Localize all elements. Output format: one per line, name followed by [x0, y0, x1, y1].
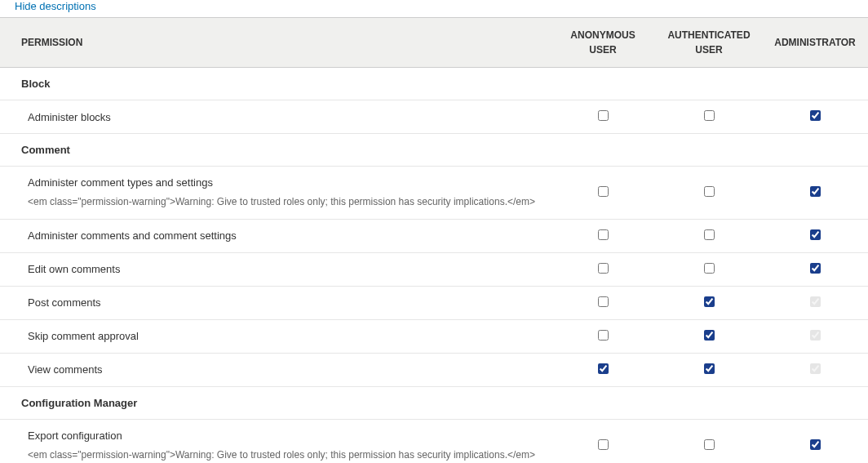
permission-label: Export configuration: [28, 430, 542, 442]
permission-checkbox[interactable]: [704, 186, 715, 197]
permission-cell: Administer comment types and settings<em…: [0, 167, 550, 220]
permission-row: Skip comment approval: [0, 319, 868, 353]
permission-check-cell: [656, 167, 762, 220]
permission-checkbox[interactable]: [704, 439, 715, 450]
permission-check-cell: [656, 100, 762, 134]
permission-checkbox[interactable]: [598, 296, 609, 307]
permission-label: Administer blocks: [28, 111, 542, 123]
permission-check-cell: [550, 167, 656, 220]
permission-group-row: Configuration Manager: [0, 386, 868, 419]
permission-checkbox[interactable]: [810, 229, 821, 240]
permissions-table: PERMISSION ANONYMOUS USER AUTHENTICATED …: [0, 17, 868, 463]
permission-cell: Skip comment approval: [0, 319, 550, 353]
permission-checkbox[interactable]: [810, 110, 821, 121]
header-role-anonymous: ANONYMOUS USER: [550, 18, 656, 68]
permission-checkbox[interactable]: [704, 229, 715, 240]
permission-check-cell: [550, 353, 656, 386]
permission-checkbox[interactable]: [598, 363, 609, 374]
permission-checkbox[interactable]: [810, 439, 821, 450]
permission-checkbox[interactable]: [704, 363, 715, 374]
permission-checkbox[interactable]: [704, 110, 715, 121]
permission-cell: Administer blocks: [0, 100, 550, 134]
permission-checkbox[interactable]: [704, 263, 715, 274]
permission-checkbox[interactable]: [598, 330, 609, 341]
table-header-row: PERMISSION ANONYMOUS USER AUTHENTICATED …: [0, 18, 868, 68]
permission-check-cell: [550, 286, 656, 319]
permission-checkbox: [810, 330, 821, 341]
permission-check-cell: [762, 319, 868, 353]
permission-label: View comments: [28, 363, 542, 376]
permission-cell: View comments: [0, 353, 550, 386]
permission-check-cell: [550, 219, 656, 252]
permission-group-row: Comment: [0, 134, 868, 167]
permission-check-cell: [656, 219, 762, 252]
permission-label: Edit own comments: [28, 263, 542, 275]
header-role-administrator: ADMINISTRATOR: [762, 18, 868, 68]
permission-checkbox: [810, 363, 821, 374]
header-role-authenticated: AUTHENTICATED USER: [656, 18, 762, 68]
permission-checkbox[interactable]: [704, 296, 715, 307]
permission-check-cell: [762, 252, 868, 286]
permission-check-cell: [656, 252, 762, 286]
permission-checkbox[interactable]: [598, 263, 609, 274]
permission-row: Export configuration<em class="permissio…: [0, 419, 868, 463]
permission-checkbox[interactable]: [810, 263, 821, 274]
permission-check-cell: [550, 319, 656, 353]
permission-label: Post comments: [28, 296, 542, 309]
permission-check-cell: [656, 419, 762, 463]
permission-group-label: Configuration Manager: [0, 386, 868, 419]
permission-check-cell: [656, 319, 762, 353]
permission-check-cell: [550, 252, 656, 286]
permission-check-cell: [656, 286, 762, 319]
permission-row: Administer comments and comment settings: [0, 219, 868, 252]
permission-checkbox[interactable]: [598, 439, 609, 450]
permission-check-cell: [550, 100, 656, 134]
permission-row: Post comments: [0, 286, 868, 319]
permission-checkbox[interactable]: [598, 110, 609, 121]
permission-check-cell: [762, 219, 868, 252]
permission-check-cell: [550, 419, 656, 463]
header-permission: PERMISSION: [0, 18, 550, 68]
permission-cell: Post comments: [0, 286, 550, 319]
permission-checkbox[interactable]: [598, 229, 609, 240]
permission-check-cell: [762, 353, 868, 386]
permission-check-cell: [762, 167, 868, 220]
permission-description: <em class="permission-warning">Warning: …: [28, 189, 542, 209]
permission-label: Administer comments and comment settings: [28, 229, 542, 242]
permission-label: Administer comment types and settings: [28, 176, 542, 189]
permission-row: Edit own comments: [0, 252, 868, 286]
permission-row: Administer comment types and settings<em…: [0, 167, 868, 220]
permission-group-label: Comment: [0, 134, 868, 167]
permission-checkbox: [810, 296, 821, 307]
permission-check-cell: [762, 286, 868, 319]
permission-checkbox[interactable]: [810, 186, 821, 197]
permission-description: <em class="permission-warning">Warning: …: [28, 442, 542, 462]
permission-checkbox[interactable]: [704, 330, 715, 341]
permission-label: Skip comment approval: [28, 330, 542, 342]
permission-cell: Administer comments and comment settings: [0, 219, 550, 252]
permission-row: Administer blocks: [0, 100, 868, 134]
permission-cell: Export configuration<em class="permissio…: [0, 419, 550, 463]
permission-group-row: Block: [0, 68, 868, 100]
permission-check-cell: [656, 353, 762, 386]
permission-row: View comments: [0, 353, 868, 386]
permission-check-cell: [762, 100, 868, 134]
permission-checkbox[interactable]: [598, 186, 609, 197]
permission-check-cell: [762, 419, 868, 463]
hide-descriptions-link[interactable]: Hide descriptions: [0, 0, 96, 17]
permission-cell: Edit own comments: [0, 252, 550, 286]
permission-group-label: Block: [0, 68, 868, 100]
